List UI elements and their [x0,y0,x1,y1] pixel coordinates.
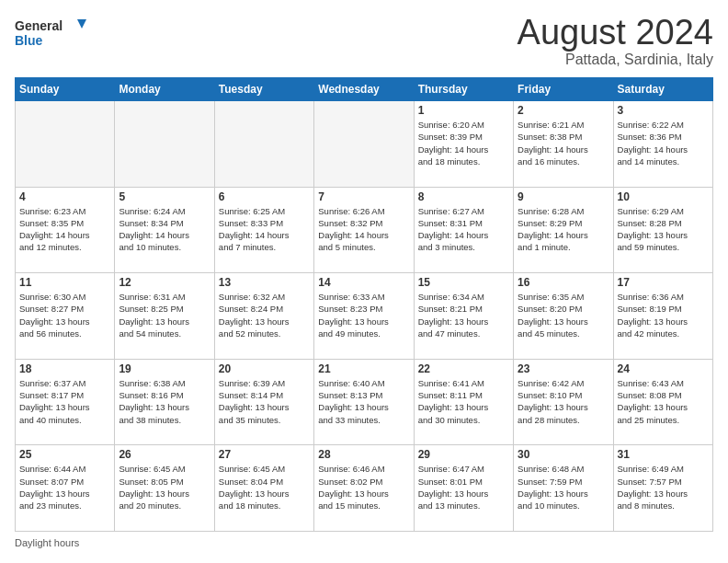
table-cell [115,101,214,188]
day-number: 8 [418,190,509,203]
table-cell: 25Sunrise: 6:44 AM Sunset: 8:07 PM Dayli… [16,445,115,532]
header-saturday: Saturday [613,78,712,101]
svg-text:General: General [15,18,63,33]
day-info: Sunrise: 6:34 AM Sunset: 8:21 PM Dayligh… [418,291,509,339]
day-info: Sunrise: 6:20 AM Sunset: 8:39 PM Dayligh… [418,119,509,167]
day-number: 19 [119,362,210,375]
table-cell: 30Sunrise: 6:48 AM Sunset: 7:59 PM Dayli… [514,445,613,532]
day-info: Sunrise: 6:45 AM Sunset: 8:04 PM Dayligh… [219,463,310,511]
footer-note: Daylight hours [15,537,713,548]
month-title: August 2024 [518,15,713,50]
day-number: 28 [318,448,409,461]
table-cell: 6Sunrise: 6:25 AM Sunset: 8:33 PM Daylig… [214,187,313,273]
day-info: Sunrise: 6:23 AM Sunset: 8:35 PM Dayligh… [19,205,110,254]
title-block: August 2024 Pattada, Sardinia, Italy [518,15,713,68]
table-cell: 3Sunrise: 6:22 AM Sunset: 8:36 PM Daylig… [613,101,712,188]
day-number: 31 [618,448,709,461]
table-cell: 26Sunrise: 6:45 AM Sunset: 8:05 PM Dayli… [115,445,214,532]
day-info: Sunrise: 6:41 AM Sunset: 8:11 PM Dayligh… [418,377,509,426]
table-cell [214,101,313,188]
day-number: 11 [19,276,110,289]
day-info: Sunrise: 6:44 AM Sunset: 8:07 PM Dayligh… [19,463,110,511]
day-info: Sunrise: 6:25 AM Sunset: 8:33 PM Dayligh… [219,205,310,254]
table-cell: 19Sunrise: 6:38 AM Sunset: 8:16 PM Dayli… [115,359,214,445]
day-number: 3 [618,104,709,117]
day-info: Sunrise: 6:27 AM Sunset: 8:31 PM Dayligh… [418,205,509,254]
day-number: 24 [618,362,709,375]
header-thursday: Thursday [414,78,513,101]
table-cell: 16Sunrise: 6:35 AM Sunset: 8:20 PM Dayli… [514,273,613,360]
table-cell: 31Sunrise: 6:49 AM Sunset: 7:57 PM Dayli… [613,445,712,532]
day-info: Sunrise: 6:32 AM Sunset: 8:24 PM Dayligh… [219,291,310,339]
table-cell: 18Sunrise: 6:37 AM Sunset: 8:17 PM Dayli… [16,359,115,445]
table-cell: 20Sunrise: 6:39 AM Sunset: 8:14 PM Dayli… [214,359,313,445]
day-number: 9 [518,190,609,203]
table-cell: 8Sunrise: 6:27 AM Sunset: 8:31 PM Daylig… [414,187,513,273]
header-friday: Friday [514,78,613,101]
table-cell [314,101,414,188]
table-cell: 23Sunrise: 6:42 AM Sunset: 8:10 PM Dayli… [514,359,613,445]
day-info: Sunrise: 6:45 AM Sunset: 8:05 PM Dayligh… [119,463,210,511]
day-info: Sunrise: 6:46 AM Sunset: 8:02 PM Dayligh… [318,463,409,511]
table-cell: 24Sunrise: 6:43 AM Sunset: 8:08 PM Dayli… [613,359,712,445]
day-number: 12 [119,276,210,289]
day-number: 18 [19,362,110,375]
table-cell: 4Sunrise: 6:23 AM Sunset: 8:35 PM Daylig… [16,187,115,273]
day-number: 5 [119,190,210,203]
day-number: 21 [318,362,409,375]
day-info: Sunrise: 6:39 AM Sunset: 8:14 PM Dayligh… [219,377,310,426]
table-cell: 15Sunrise: 6:34 AM Sunset: 8:21 PM Dayli… [414,273,513,360]
day-info: Sunrise: 6:37 AM Sunset: 8:17 PM Dayligh… [19,377,110,426]
table-cell: 28Sunrise: 6:46 AM Sunset: 8:02 PM Dayli… [314,445,414,532]
day-info: Sunrise: 6:24 AM Sunset: 8:34 PM Dayligh… [119,205,210,254]
table-cell: 27Sunrise: 6:45 AM Sunset: 8:04 PM Dayli… [214,445,313,532]
week-row-5: 25Sunrise: 6:44 AM Sunset: 8:07 PM Dayli… [16,445,713,532]
day-info: Sunrise: 6:48 AM Sunset: 7:59 PM Dayligh… [518,463,609,511]
table-cell: 29Sunrise: 6:47 AM Sunset: 8:01 PM Dayli… [414,445,513,532]
week-row-3: 11Sunrise: 6:30 AM Sunset: 8:27 PM Dayli… [16,273,713,360]
day-info: Sunrise: 6:31 AM Sunset: 8:25 PM Dayligh… [119,291,210,339]
day-info: Sunrise: 6:47 AM Sunset: 8:01 PM Dayligh… [418,463,509,511]
header-tuesday: Tuesday [214,78,313,101]
day-number: 6 [219,190,310,203]
calendar-header-row: SundayMondayTuesdayWednesdayThursdayFrid… [16,78,713,101]
page-header: General Blue August 2024 Pattada, Sardin… [15,15,713,68]
day-info: Sunrise: 6:21 AM Sunset: 8:38 PM Dayligh… [518,119,609,167]
week-row-2: 4Sunrise: 6:23 AM Sunset: 8:35 PM Daylig… [16,187,713,273]
table-cell: 13Sunrise: 6:32 AM Sunset: 8:24 PM Dayli… [214,273,313,360]
table-cell: 7Sunrise: 6:26 AM Sunset: 8:32 PM Daylig… [314,187,414,273]
table-cell: 1Sunrise: 6:20 AM Sunset: 8:39 PM Daylig… [414,101,513,188]
day-number: 14 [318,276,409,289]
day-info: Sunrise: 6:28 AM Sunset: 8:29 PM Dayligh… [518,205,609,254]
table-cell: 17Sunrise: 6:36 AM Sunset: 8:19 PM Dayli… [613,273,712,360]
day-info: Sunrise: 6:42 AM Sunset: 8:10 PM Dayligh… [518,377,609,426]
day-info: Sunrise: 6:22 AM Sunset: 8:36 PM Dayligh… [618,119,709,167]
table-cell: 22Sunrise: 6:41 AM Sunset: 8:11 PM Dayli… [414,359,513,445]
day-info: Sunrise: 6:49 AM Sunset: 7:57 PM Dayligh… [618,463,709,511]
table-cell: 11Sunrise: 6:30 AM Sunset: 8:27 PM Dayli… [16,273,115,360]
day-number: 4 [19,190,110,203]
day-number: 27 [219,448,310,461]
week-row-1: 1Sunrise: 6:20 AM Sunset: 8:39 PM Daylig… [16,101,713,188]
svg-marker-2 [77,19,86,29]
table-cell: 12Sunrise: 6:31 AM Sunset: 8:25 PM Dayli… [115,273,214,360]
table-cell: 10Sunrise: 6:29 AM Sunset: 8:28 PM Dayli… [613,187,712,273]
day-info: Sunrise: 6:26 AM Sunset: 8:32 PM Dayligh… [318,205,409,254]
day-info: Sunrise: 6:40 AM Sunset: 8:13 PM Dayligh… [318,377,409,426]
logo: General Blue [15,15,88,52]
day-number: 30 [518,448,609,461]
day-number: 13 [219,276,310,289]
day-number: 7 [318,190,409,203]
day-number: 1 [418,104,509,117]
day-info: Sunrise: 6:38 AM Sunset: 8:16 PM Dayligh… [119,377,210,426]
header-sunday: Sunday [16,78,115,101]
day-info: Sunrise: 6:29 AM Sunset: 8:28 PM Dayligh… [618,205,709,254]
week-row-4: 18Sunrise: 6:37 AM Sunset: 8:17 PM Dayli… [16,359,713,445]
day-info: Sunrise: 6:43 AM Sunset: 8:08 PM Dayligh… [618,377,709,426]
table-cell [16,101,115,188]
svg-text:Blue: Blue [15,33,43,48]
day-number: 17 [618,276,709,289]
header-wednesday: Wednesday [314,78,414,101]
header-monday: Monday [115,78,214,101]
day-number: 22 [418,362,509,375]
